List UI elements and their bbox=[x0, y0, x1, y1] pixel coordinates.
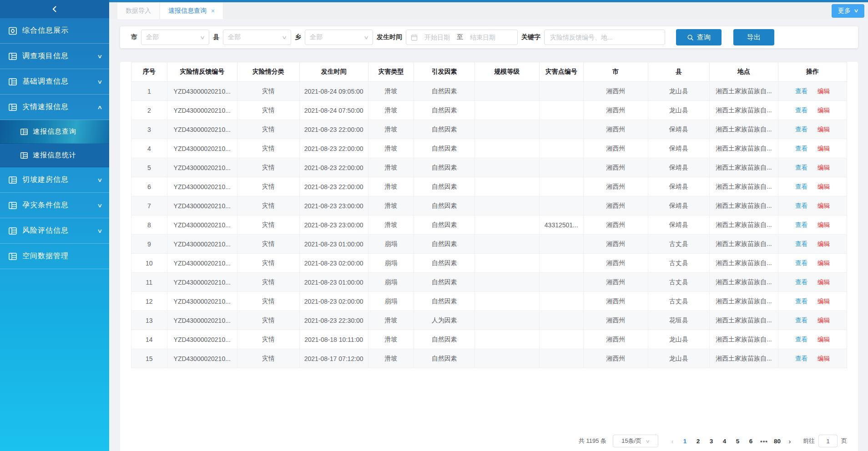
tab-report-query[interactable]: 速报信息查询 × bbox=[160, 2, 223, 19]
edit-link[interactable]: 编辑 bbox=[818, 241, 830, 247]
edit-link[interactable]: 编辑 bbox=[818, 183, 830, 190]
cell-category: 灾情 bbox=[237, 158, 299, 177]
cell-feedback-code: YZD43000020210... bbox=[167, 292, 237, 311]
chevron-icon: ∨ bbox=[97, 53, 102, 60]
sidebar-subitem[interactable]: 速报信息统计 bbox=[0, 144, 109, 167]
edit-link[interactable]: 编辑 bbox=[818, 260, 830, 266]
view-link[interactable]: 查看 bbox=[795, 336, 807, 343]
view-link[interactable]: 查看 bbox=[795, 202, 807, 209]
cell-category: 灾情 bbox=[237, 82, 299, 101]
page-size-select[interactable]: 15条/页 ∨ bbox=[613, 435, 658, 447]
sidebar-item[interactable]: 空间数据管理 bbox=[0, 244, 109, 269]
sidebar-item[interactable]: 调查项目信息 ∨ bbox=[0, 44, 109, 69]
view-link[interactable]: 查看 bbox=[795, 88, 807, 95]
page-number-button[interactable]: 4 bbox=[718, 435, 731, 447]
page-number-button[interactable]: 3 bbox=[705, 435, 718, 447]
cell-time: 2021-08-24 09:05:00 bbox=[299, 82, 368, 101]
cell-point-code bbox=[539, 292, 584, 311]
cell-actions: 查看 编辑 bbox=[778, 82, 847, 101]
county-select[interactable]: 全部 ∨ bbox=[223, 30, 291, 45]
keyword-input[interactable] bbox=[544, 30, 665, 45]
sidebar-item[interactable]: 基础调查信息 ∨ bbox=[0, 69, 109, 95]
edit-link[interactable]: 编辑 bbox=[818, 88, 830, 95]
edit-link[interactable]: 编辑 bbox=[818, 221, 830, 228]
cell-trigger-factor: 自然因素 bbox=[414, 101, 475, 120]
edit-link[interactable]: 编辑 bbox=[818, 317, 830, 324]
page-number-button[interactable]: 2 bbox=[691, 435, 705, 447]
query-button[interactable]: 查询 bbox=[676, 29, 722, 45]
tab-data-import[interactable]: 数据导入 bbox=[117, 2, 159, 19]
cell-point-code bbox=[539, 196, 584, 215]
view-link[interactable]: 查看 bbox=[795, 260, 807, 266]
cell-time: 2021-08-23 22:00:00 bbox=[299, 177, 368, 196]
table-header-cell: 地点 bbox=[709, 62, 778, 82]
cell-location: 湘西土家族苗族自... bbox=[709, 139, 778, 158]
view-link[interactable]: 查看 bbox=[795, 317, 807, 324]
page-number-button[interactable]: ••• bbox=[757, 435, 771, 447]
edit-link[interactable]: 编辑 bbox=[818, 279, 830, 286]
page-size-value: 15条/页 bbox=[621, 437, 641, 445]
view-link[interactable]: 查看 bbox=[795, 145, 807, 152]
view-link[interactable]: 查看 bbox=[795, 183, 807, 190]
cell-category: 灾情 bbox=[237, 311, 299, 330]
cell-city: 湘西州 bbox=[584, 273, 648, 292]
cell-no: 14 bbox=[131, 330, 167, 349]
page-number-button[interactable]: 6 bbox=[744, 435, 757, 447]
view-link[interactable]: 查看 bbox=[795, 221, 807, 228]
edit-link[interactable]: 编辑 bbox=[818, 107, 830, 114]
cell-no: 8 bbox=[131, 215, 167, 235]
view-link[interactable]: 查看 bbox=[795, 126, 807, 133]
cell-disaster-type: 滑坡 bbox=[368, 215, 414, 235]
table-row: 11 YZD43000020210... 灾情 2021-08-23 01:00… bbox=[131, 273, 847, 292]
export-button[interactable]: 导出 bbox=[733, 29, 774, 45]
edit-link[interactable]: 编辑 bbox=[818, 336, 830, 343]
page-number-button[interactable]: 5 bbox=[731, 435, 744, 447]
sidebar-subitem[interactable]: 速报信息查询 bbox=[0, 120, 109, 144]
content-area: 市 全部 ∨ 县 全部 ∨ 乡 全部 ∨ 发生时间 至 bbox=[109, 19, 868, 451]
cell-no: 4 bbox=[131, 139, 167, 158]
cell-trigger-factor: 自然因素 bbox=[414, 292, 475, 311]
sidebar-item[interactable]: 切坡建房信息 ∨ bbox=[0, 167, 109, 193]
date-range-picker[interactable]: 至 bbox=[406, 30, 518, 45]
sidebar-item-label: 综合信息展示 bbox=[22, 26, 69, 35]
edit-link[interactable]: 编辑 bbox=[818, 298, 830, 305]
town-select[interactable]: 全部 ∨ bbox=[305, 30, 373, 45]
data-table: 序号灾险情反馈编号灾险情分类发生时间灾害类型引发因素规模等级灾害点编号市县地点操… bbox=[131, 62, 847, 368]
more-button[interactable]: 更多 ∨ bbox=[832, 4, 864, 18]
close-icon[interactable]: × bbox=[211, 7, 215, 15]
cell-category: 灾情 bbox=[237, 120, 299, 139]
edit-link[interactable]: 编辑 bbox=[818, 202, 830, 209]
next-page-button[interactable]: › bbox=[784, 435, 796, 447]
sidebar-item[interactable]: 综合信息展示 bbox=[0, 18, 109, 44]
goto-page-input[interactable] bbox=[818, 435, 838, 447]
view-link[interactable]: 查看 bbox=[795, 279, 807, 286]
cell-county: 龙山县 bbox=[648, 349, 709, 368]
view-link[interactable]: 查看 bbox=[795, 164, 807, 171]
cell-disaster-type: 滑坡 bbox=[368, 139, 414, 158]
cell-trigger-factor: 自然因素 bbox=[414, 235, 475, 254]
sidebar-item[interactable]: 风险评估信息 ∨ bbox=[0, 218, 109, 244]
edit-link[interactable]: 编辑 bbox=[818, 355, 830, 362]
view-link[interactable]: 查看 bbox=[795, 241, 807, 247]
city-select[interactable]: 全部 ∨ bbox=[141, 30, 209, 45]
prev-page-button[interactable]: ‹ bbox=[666, 435, 678, 447]
cell-scale-level bbox=[475, 254, 540, 273]
sidebar-item[interactable]: 孕灾条件信息 ∨ bbox=[0, 193, 109, 218]
edit-link[interactable]: 编辑 bbox=[818, 145, 830, 152]
cell-time: 2021-08-23 23:00:00 bbox=[299, 215, 368, 235]
page-number-button[interactable]: 1 bbox=[678, 435, 691, 447]
start-date-input[interactable] bbox=[420, 34, 454, 41]
grid-icon bbox=[20, 128, 28, 136]
page-number-button[interactable]: 80 bbox=[771, 435, 784, 447]
sidebar-collapse-button[interactable] bbox=[0, 0, 109, 18]
sidebar-item[interactable]: 灾情速报信息 ∧ bbox=[0, 95, 109, 120]
cell-trigger-factor: 自然因素 bbox=[414, 330, 475, 349]
sidebar-menu-group: 空间数据管理 bbox=[0, 244, 109, 269]
cell-no: 11 bbox=[131, 273, 167, 292]
view-link[interactable]: 查看 bbox=[795, 298, 807, 305]
edit-link[interactable]: 编辑 bbox=[818, 126, 830, 133]
view-link[interactable]: 查看 bbox=[795, 107, 807, 114]
view-link[interactable]: 查看 bbox=[795, 355, 807, 362]
edit-link[interactable]: 编辑 bbox=[818, 164, 830, 171]
end-date-input[interactable] bbox=[466, 34, 500, 41]
